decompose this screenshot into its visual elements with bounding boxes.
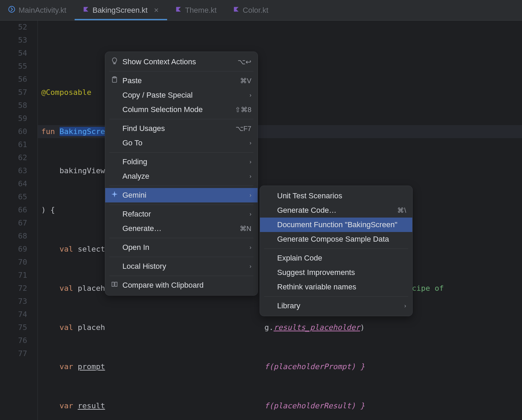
menu-separator	[109, 205, 253, 205]
gemini-submenu-item[interactable]: Unit Test Scenarios	[260, 189, 412, 203]
menu-item-label: Explain Code	[277, 254, 406, 263]
line-number: 73	[0, 295, 27, 308]
context-menu-item[interactable]: Compare with Clipboard	[105, 278, 258, 292]
menu-separator	[109, 276, 253, 276]
context-menu-item[interactable]: Open In›	[105, 240, 258, 255]
menu-item-label: Suggest Improvements	[277, 268, 406, 277]
gemini-submenu-item[interactable]: Generate Compose Sample Data	[260, 232, 412, 246]
line-number: 59	[0, 112, 27, 125]
chevron-right-icon: ›	[250, 140, 251, 146]
context-menu-item[interactable]: Find Usages⌥F7	[105, 121, 258, 136]
menu-item-label: Generate Code…	[277, 206, 393, 215]
menu-separator	[109, 257, 253, 257]
context-menu-item[interactable]: Show Context Actions⌥↩	[105, 55, 258, 69]
gemini-submenu-item[interactable]: Generate Code…⌘\	[260, 203, 412, 218]
line-number: 55	[0, 60, 27, 73]
line-number: 63	[0, 164, 27, 177]
menu-item-label: Local History	[122, 262, 246, 271]
gemini-submenu-item[interactable]: Document Function "BakingScreen"	[260, 218, 412, 232]
menu-shortcut: ⌥F7	[236, 124, 251, 133]
line-number: 69	[0, 243, 27, 256]
svg-rect-3	[112, 282, 114, 287]
line-number: 70	[0, 256, 27, 269]
menu-separator	[109, 238, 253, 238]
line-number: 72	[0, 282, 27, 295]
chevron-right-icon: ›	[250, 263, 251, 269]
menu-item-label: Folding	[122, 157, 246, 166]
kotlin-file-icon	[83, 6, 89, 14]
context-menu-item[interactable]: Analyze›	[105, 169, 258, 184]
menu-item-label: Unit Test Scenarios	[277, 191, 406, 200]
menu-shortcut: ⌘N	[240, 224, 251, 233]
tab-label: Theme.kt	[185, 6, 217, 15]
chevron-right-icon: ›	[250, 211, 251, 217]
menu-item-label: Refactor	[122, 210, 246, 219]
line-number: 58	[0, 99, 27, 112]
gemini-submenu-item[interactable]: Suggest Improvements	[260, 265, 412, 280]
menu-item-label: Generate…	[122, 224, 236, 233]
editor-tabs: MainActivity.kt BakingScreen.kt ✕ Theme.…	[0, 0, 522, 21]
context-menu-item[interactable]: Copy / Paste Special›	[105, 88, 258, 102]
line-number: 76	[0, 334, 27, 347]
context-menu-item[interactable]: Go To›	[105, 136, 258, 150]
menu-shortcut: ⌘V	[240, 77, 251, 85]
line-number: 52	[0, 21, 27, 34]
tab-color[interactable]: Color.kt	[225, 0, 277, 20]
line-number: 68	[0, 230, 27, 243]
menu-item-label: Open In	[122, 243, 246, 252]
close-icon[interactable]: ✕	[151, 7, 159, 14]
menu-separator	[109, 71, 253, 71]
line-number: 53	[0, 34, 27, 47]
gemini-submenu-item[interactable]: Library›	[260, 299, 412, 313]
chevron-right-icon: ›	[250, 159, 251, 165]
line-number: 56	[0, 73, 27, 86]
menu-shortcut: ⌘\	[397, 206, 406, 214]
kotlin-file-icon	[8, 6, 15, 14]
menu-separator	[109, 186, 253, 186]
kotlin-file-icon	[233, 6, 239, 14]
bulb-icon	[111, 57, 118, 66]
line-number: 67	[0, 217, 27, 230]
annotation: @Composable	[41, 88, 91, 97]
line-number: 62	[0, 151, 27, 164]
menu-item-label: Go To	[122, 139, 246, 147]
gemini-submenu-item[interactable]: Explain Code	[260, 251, 412, 265]
compare-icon	[111, 281, 118, 290]
context-menu-item[interactable]: Paste⌘V	[105, 74, 258, 88]
chevron-right-icon: ›	[250, 173, 251, 179]
line-number: 64	[0, 177, 27, 190]
context-menu-item[interactable]: Folding›	[105, 155, 258, 169]
menu-item-label: Column Selection Mode	[122, 105, 231, 114]
tab-label: Color.kt	[243, 6, 269, 15]
line-number-gutter: 5253545556575859606162636465666768697071…	[0, 21, 38, 420]
menu-item-label: Show Context Actions	[122, 57, 233, 66]
line-number: 71	[0, 269, 27, 282]
chevron-right-icon: ›	[250, 244, 251, 251]
context-menu-item[interactable]: Local History›	[105, 259, 258, 274]
paste-icon	[111, 76, 118, 85]
svg-rect-4	[115, 282, 117, 287]
context-menu-item[interactable]: Column Selection Mode⇧⌘8	[105, 102, 258, 117]
context-menu: Show Context Actions⌥↩Paste⌘VCopy / Past…	[105, 52, 258, 296]
menu-item-label: Find Usages	[122, 124, 231, 133]
menu-item-label: Analyze	[122, 172, 246, 181]
line-number: 61	[0, 138, 27, 151]
gemini-submenu: Unit Test ScenariosGenerate Code…⌘\Docum…	[260, 186, 413, 316]
context-menu-item[interactable]: Generate…⌘N	[105, 221, 258, 236]
menu-item-label: Library	[277, 301, 400, 310]
line-number: 66	[0, 203, 27, 217]
menu-item-label: Rethink variable names	[277, 283, 406, 291]
tab-label: BakingScreen.kt	[93, 6, 148, 15]
line-number: 54	[0, 47, 27, 60]
tab-bakingscreen[interactable]: BakingScreen.kt ✕	[75, 0, 167, 20]
tab-mainactivity[interactable]: MainActivity.kt	[0, 0, 75, 20]
line-number: 65	[0, 190, 27, 203]
line-number: 75	[0, 321, 27, 334]
gemini-submenu-item[interactable]: Rethink variable names	[260, 280, 412, 294]
tab-theme[interactable]: Theme.kt	[167, 0, 225, 20]
context-menu-item[interactable]: Refactor›	[105, 207, 258, 221]
menu-item-label: Copy / Paste Special	[122, 91, 246, 100]
menu-item-label: Compare with Clipboard	[122, 281, 251, 290]
context-menu-item[interactable]: Gemini›	[105, 188, 258, 202]
svg-point-0	[9, 6, 15, 12]
